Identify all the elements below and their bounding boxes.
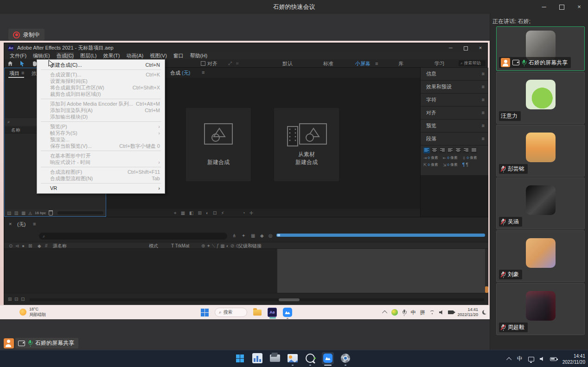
participant-tile[interactable]: 石娇的屏幕共享 [496,26,585,71]
ae-menu-1[interactable]: 编辑(E) [33,52,50,59]
timeline-vscrollbar[interactable] [485,249,488,293]
volume-icon[interactable] [540,357,544,361]
ae-close-icon[interactable]: × [473,43,487,52]
qq-app-icon[interactable] [304,352,316,364]
volume-icon[interactable] [439,310,444,315]
bpc-label[interactable]: 16 bpc [35,211,46,215]
selection-tool-icon[interactable] [17,60,27,67]
photos-app-icon[interactable] [287,352,299,364]
tray-expand-icon[interactable] [506,357,511,362]
project-scrollbar[interactable] [58,211,103,215]
workspace-menu-icon[interactable]: ≡ [375,59,378,68]
snapping-icon[interactable]: ⌗ [236,59,239,68]
ime-mode-indicator[interactable]: 拼 [420,309,425,316]
expand-modes-icon[interactable]: ⊟ [14,297,18,302]
video-switch-icon[interactable]: ⊙ [9,242,13,249]
trkmat-column[interactable]: T TrkMat [171,242,189,249]
ae-menu-7[interactable]: 窗口 [173,52,184,59]
start-button[interactable] [234,352,246,364]
ae-menu-3[interactable]: 图层(L) [80,52,96,59]
panel-header-2[interactable]: 字符≡ [421,94,488,106]
menu-item-14[interactable]: 合成流程图(F)Ctrl+Shift+F11 [37,169,165,175]
menu-item-15[interactable]: 合成微型流程图(N)Tab [37,175,165,182]
start-button[interactable] [201,309,209,316]
close-icon[interactable]: × [570,0,588,14]
timeline-hscrollbar[interactable] [30,298,484,301]
align-button-5[interactable] [463,147,469,153]
menu-item-1[interactable]: 合成设置(T)...Ctrl+K [37,71,165,78]
channels-icon[interactable]: ◐ [206,210,209,215]
paragraph-spacing-field[interactable]: ⇲0像素 [443,162,458,167]
tray-expand-icon[interactable] [382,310,387,316]
task-manager-icon[interactable] [251,352,263,364]
mode-column[interactable]: 模式 [149,242,158,249]
parent-link-column[interactable]: 父级和链接 [238,242,262,249]
participant-tile[interactable]: 吴涵 [496,177,585,229]
workspace-tab-0[interactable]: 默认 [282,59,293,68]
source-name-column[interactable]: 源名称 [53,242,67,249]
ae-minimize-icon[interactable]: ─ [444,43,458,52]
exposure-icon[interactable]: ✛ [249,210,253,215]
workspace-tab-1[interactable]: 标准 [323,59,333,68]
menu-item-5[interactable]: 添加到 Adobe Media Encoder 队列...Ctrl+Alt+M [37,101,165,107]
align-button-3[interactable] [447,147,454,153]
number-column-icon[interactable]: # [45,242,48,249]
menu-item-13[interactable]: 响应式设计 - 时间› [37,159,165,165]
menu-item-6[interactable]: 添加到渲染队列(A)Ctrl+M [37,107,165,114]
paragraph-direction[interactable]: ¶¶ [462,162,468,167]
timeline-search-input[interactable]: ⌕ [39,233,227,240]
panel-menu-icon[interactable]: ≡ [21,70,24,76]
battery-icon[interactable] [550,357,557,361]
resolution-icon[interactable]: ⊡ [213,210,217,215]
panel-header-0[interactable]: 信息≡ [421,68,488,80]
solo-switch-icon[interactable]: ● [22,242,25,249]
motion-blur-icon[interactable]: ◎ [268,233,273,238]
resize-icon[interactable]: ⤢ [228,59,232,68]
panel-header-3[interactable]: 对齐≡ [421,107,488,119]
panel-menu-icon[interactable]: ≡ [33,221,36,227]
panel-menu-icon[interactable]: ≡ [482,120,485,132]
timecode-icon[interactable]: ◔ [242,210,245,215]
paragraph-spacing-field[interactable]: ⇳0像素 [462,155,477,160]
timeline-hscroll-handle[interactable] [279,298,300,301]
new-comp-from-footage-button[interactable]: 从素材 新建合成 [274,108,339,181]
menu-item-12[interactable]: 在基本图形中打开 [37,152,165,159]
new-composition-button[interactable]: 新建合成 [186,108,251,181]
ae-maximize-icon[interactable] [459,43,473,52]
trash-icon[interactable] [49,210,53,215]
align-button-0[interactable] [423,147,430,153]
participant-tile[interactable]: 刘豪 [496,230,585,282]
ae-menu-8[interactable]: 帮助(H) [190,52,207,59]
mask-visibility-icon[interactable]: ◧ [189,210,193,215]
help-search-input[interactable]: ⌕ 搜索帮助 [459,60,486,66]
ae-menu-2[interactable]: 合成(C) [57,52,74,59]
home-tool-icon[interactable] [5,60,15,67]
label-column-icon[interactable]: ◆ [38,242,41,249]
grid-options-icon[interactable]: ▦ [181,210,185,215]
ime-indicator[interactable]: 中 [411,309,416,316]
ime-indicator[interactable]: 中 [517,355,523,363]
direction-rtl-icon[interactable]: ¶ [466,162,468,167]
panel-header-4[interactable]: 预览≡ [421,120,488,132]
menu-item-9[interactable]: 帧另存为(S)› [37,130,165,136]
wifi-icon[interactable] [429,310,435,315]
focus-assist-icon[interactable] [482,310,487,315]
ae-menu-6[interactable]: 视图(V) [150,52,167,59]
panel-menu-icon[interactable]: ≡ [482,107,485,119]
align-button-6[interactable] [471,147,477,153]
align-toggle[interactable]: 对齐 [201,59,217,68]
menu-item-4[interactable]: 裁剪合成到目标区域(I) [37,91,165,97]
paragraph-spacing-field[interactable]: ⇤0像素 [443,155,458,160]
menu-item-7[interactable]: 添加输出模块(D) [37,114,165,120]
expand-inout-icon[interactable]: ⊡ [21,297,25,302]
menu-item-11[interactable]: 保存当前预览(V)...Ctrl+数字小键盘 0 [37,143,165,149]
align-button-1[interactable] [431,147,438,153]
participant-tile[interactable]: 周超毅 [496,283,585,335]
panel-menu-icon[interactable]: ≡ [482,81,485,93]
project-settings-icon[interactable]: ◬ [28,210,32,215]
projector-app-icon[interactable] [269,352,281,364]
file-explorer-icon[interactable] [253,310,262,316]
expand-layers-icon[interactable]: ⊞ [8,297,12,302]
paragraph-spacing-field[interactable]: ⇱0像素 [423,162,438,167]
fast-preview-icon[interactable]: ⚡︎ [221,210,224,215]
